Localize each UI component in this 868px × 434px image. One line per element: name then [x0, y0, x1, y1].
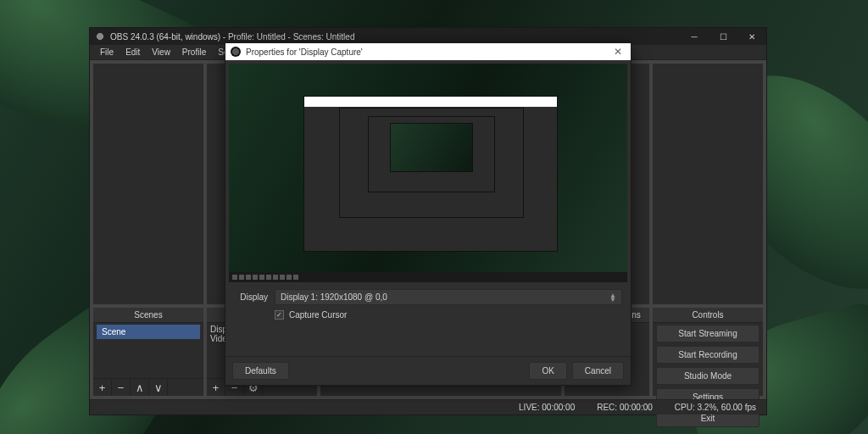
dialog-title: Properties for 'Display Capture' [246, 47, 363, 57]
scenes-panel: Scenes Scene + − ∧ ∨ [93, 308, 203, 396]
menu-profile[interactable]: Profile [177, 46, 211, 58]
close-button[interactable]: ✕ [737, 28, 766, 45]
status-bar: LIVE: 00:00:00 REC: 00:00:00 CPU: 3.2%, … [90, 399, 766, 415]
minimize-button[interactable]: ─ [680, 28, 709, 45]
ok-button[interactable]: OK [529, 362, 566, 380]
display-select-value: Display 1: 1920x1080 @ 0,0 [281, 292, 387, 302]
chevron-updown-icon: ▲▼ [609, 293, 616, 302]
add-scene-button[interactable]: + [93, 379, 112, 396]
dialog-source-preview [229, 64, 627, 282]
controls-panel: Controls Start Streaming Start Recording… [653, 308, 763, 396]
preview-blank-left [93, 64, 203, 304]
display-select[interactable]: Display 1: 1920x1080 @ 0,0 ▲▼ [275, 289, 622, 305]
dialog-close-button[interactable]: ✕ [605, 46, 631, 58]
status-rec: REC: 00:00:00 [597, 403, 653, 412]
window-title: OBS 24.0.3 (64-bit, windows) - Profile: … [110, 32, 354, 42]
dialog-titlebar[interactable]: Properties for 'Display Capture' ✕ [225, 43, 631, 60]
menu-edit[interactable]: Edit [120, 46, 145, 58]
capture-cursor-label: Capture Cursor [289, 310, 347, 320]
scene-up-button[interactable]: ∧ [131, 379, 149, 396]
capture-cursor-checkbox[interactable]: ✓ [275, 310, 284, 320]
scene-list-item[interactable]: Scene [97, 325, 200, 339]
scenes-header: Scenes [93, 308, 203, 323]
add-source-button[interactable]: + [207, 379, 225, 396]
status-live: LIVE: 00:00:00 [519, 403, 575, 412]
menu-file[interactable]: File [95, 46, 119, 58]
maximize-button[interactable]: ☐ [709, 28, 737, 45]
preview-blank-right [653, 64, 763, 304]
obs-logo-icon [231, 47, 241, 57]
cancel-button[interactable]: Cancel [572, 362, 624, 380]
start-streaming-button[interactable]: Start Streaming [656, 325, 760, 342]
studio-mode-button[interactable]: Studio Mode [656, 367, 760, 385]
defaults-button[interactable]: Defaults [232, 362, 289, 380]
scene-down-button[interactable]: ∨ [149, 379, 168, 396]
properties-dialog: Properties for 'Display Capture' ✕ Displ… [225, 42, 632, 386]
status-cpu: CPU: 3.2%, 60.00 fps [675, 403, 756, 412]
display-label: Display [234, 292, 268, 302]
remove-scene-button[interactable]: − [112, 379, 131, 396]
start-recording-button[interactable]: Start Recording [656, 346, 760, 364]
controls-header: Controls [653, 308, 763, 323]
obs-logo-icon [95, 31, 105, 42]
menu-view[interactable]: View [147, 46, 175, 58]
